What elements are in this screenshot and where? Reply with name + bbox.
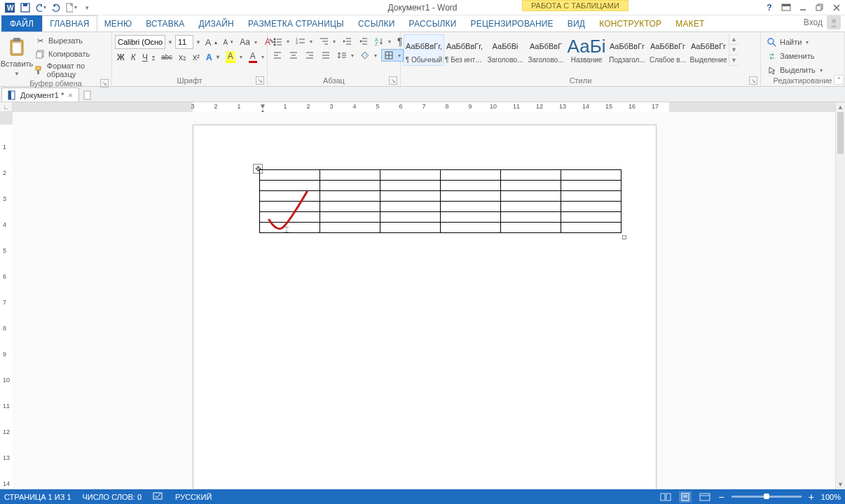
font-family-dropdown-icon[interactable]: ▼ <box>167 39 173 46</box>
align-right-button[interactable] <box>303 50 317 61</box>
decrease-indent-button[interactable] <box>340 36 354 47</box>
paragraph-dialog-launcher[interactable]: ↘ <box>389 76 397 85</box>
table-cell[interactable] <box>260 170 320 181</box>
shrink-font-button[interactable]: A▾ <box>221 38 236 47</box>
table-cell[interactable] <box>320 181 380 191</box>
change-case-button[interactable]: Aa <box>238 36 259 48</box>
zoom-in-button[interactable]: + <box>809 491 814 503</box>
table-cell[interactable] <box>501 191 561 202</box>
table-cell[interactable] <box>561 212 621 223</box>
justify-button[interactable] <box>319 50 333 61</box>
collapse-ribbon-icon[interactable]: ˄ <box>834 75 844 85</box>
table-cell[interactable] <box>561 191 621 202</box>
clipboard-dialog-launcher[interactable]: ↘ <box>100 79 109 88</box>
sign-in-link[interactable]: Вход <box>804 18 823 27</box>
cut-button[interactable]: ✂ Вырезать <box>32 34 109 47</box>
vertical-ruler[interactable]: 1234567891011121314 <box>0 112 13 489</box>
table-cell[interactable] <box>441 181 501 191</box>
document-tab[interactable]: Документ1 * × <box>1 88 79 102</box>
font-color-button[interactable]: A <box>247 50 266 64</box>
numbering-button[interactable]: 12 <box>294 36 315 47</box>
find-button[interactable]: Найти <box>764 36 841 48</box>
align-left-button[interactable] <box>270 50 284 61</box>
highlight-button[interactable]: A <box>224 50 245 64</box>
minimize-icon[interactable] <box>797 2 809 13</box>
zoom-out-button[interactable]: − <box>718 491 724 503</box>
styles-scroll-up-icon[interactable]: ▲ <box>729 34 738 45</box>
table-cell[interactable] <box>561 170 621 181</box>
zoom-slider[interactable] <box>731 496 802 498</box>
table-cell[interactable] <box>501 202 561 212</box>
table-cell[interactable] <box>380 223 441 233</box>
multilevel-list-button[interactable] <box>317 36 338 47</box>
horizontal-ruler[interactable]: 3211234567891011121314151617▼▲ <box>13 102 835 112</box>
scroll-thumb[interactable] <box>837 112 844 154</box>
tab-page-layout[interactable]: РАЗМЕТКА СТРАНИЦЫ <box>241 15 351 31</box>
zoom-slider-knob[interactable] <box>764 493 769 499</box>
replace-button[interactable]: Заменить <box>764 50 841 62</box>
tab-menu[interactable]: Меню <box>97 15 139 31</box>
status-page[interactable]: СТРАНИЦА 1 ИЗ 1 <box>4 493 71 501</box>
scroll-down-icon[interactable]: ▼ <box>836 479 845 489</box>
table-cell[interactable] <box>380 191 441 202</box>
ruler-corner[interactable]: ∟ <box>0 102 13 112</box>
status-language[interactable]: РУССКИЙ <box>175 493 212 501</box>
new-doc-icon[interactable] <box>66 2 77 13</box>
vertical-scrollbar[interactable]: ▲ ▼ <box>835 102 845 489</box>
underline-button[interactable]: Ч <box>140 52 157 63</box>
style-item[interactable]: АаБбВвГгСлабое в... <box>647 34 688 66</box>
table-cell[interactable] <box>380 212 441 223</box>
redo-icon[interactable] <box>50 2 62 13</box>
subscript-button[interactable]: x₂ <box>177 52 188 63</box>
tab-mailings[interactable]: РАССЫЛКИ <box>402 15 464 31</box>
undo-icon[interactable] <box>35 2 46 13</box>
font-dialog-launcher[interactable]: ↘ <box>256 76 264 85</box>
shading-button[interactable] <box>358 50 379 61</box>
table-cell[interactable] <box>320 202 380 212</box>
tab-insert[interactable]: ВСТАВКА <box>139 15 191 31</box>
bullets-button[interactable] <box>270 36 291 47</box>
style-item[interactable]: АаБбВіЗаголово... <box>485 34 525 66</box>
zoom-level[interactable]: 100% <box>821 493 841 501</box>
tab-view[interactable]: ВИД <box>561 15 592 31</box>
close-tab-icon[interactable]: × <box>67 91 74 99</box>
style-item[interactable]: АаБбВвГгВыделение <box>688 34 729 66</box>
restore-icon[interactable] <box>814 2 825 13</box>
table-cell[interactable] <box>561 202 621 212</box>
tab-file[interactable]: ФАЙЛ <box>1 15 42 31</box>
tab-references[interactable]: ССЫЛКИ <box>351 15 402 31</box>
table-cell[interactable] <box>561 223 621 233</box>
bold-button[interactable]: Ж <box>115 52 127 63</box>
table-cell[interactable] <box>561 181 621 191</box>
style-item[interactable]: АаБбВвГЗаголово... <box>525 34 566 66</box>
table-cell[interactable] <box>441 223 501 233</box>
paste-button[interactable]: Вставить ▼ <box>3 34 31 79</box>
copy-button[interactable]: Копировать <box>32 48 109 60</box>
table-cell[interactable] <box>320 170 380 181</box>
help-icon[interactable]: ? <box>764 2 775 13</box>
table-cell[interactable] <box>380 170 441 181</box>
table-cell[interactable] <box>260 223 320 233</box>
view-read-mode-icon[interactable] <box>659 491 672 503</box>
style-item[interactable]: АаБбВвГг,¶ Обычный <box>404 34 444 66</box>
table-cell[interactable] <box>260 181 320 191</box>
styles-scroll-down-icon[interactable]: ▼ <box>729 45 738 55</box>
qat-customize-icon[interactable]: ▾ <box>81 2 92 13</box>
table-cell[interactable] <box>260 212 320 223</box>
styles-expand-icon[interactable]: ▼ <box>729 55 738 66</box>
font-family-input[interactable] <box>115 35 165 49</box>
view-print-layout-icon[interactable] <box>679 491 692 503</box>
font-size-input[interactable] <box>175 35 193 49</box>
style-item[interactable]: АаБбВвГгПодзагол... <box>607 34 647 66</box>
text-effects-button[interactable]: A <box>204 52 221 63</box>
tab-table-layout[interactable]: МАКЕТ <box>668 15 711 31</box>
table-cell[interactable] <box>501 181 561 191</box>
table-cell[interactable] <box>501 170 561 181</box>
status-spellcheck-icon[interactable] <box>153 491 164 503</box>
tab-table-design[interactable]: КОНСТРУКТОР <box>592 15 668 31</box>
superscript-button[interactable]: x² <box>191 52 202 63</box>
line-spacing-button[interactable] <box>335 50 356 61</box>
strikethrough-button[interactable]: abc <box>159 52 174 62</box>
close-icon[interactable] <box>831 2 842 13</box>
table-cell[interactable] <box>441 191 501 202</box>
